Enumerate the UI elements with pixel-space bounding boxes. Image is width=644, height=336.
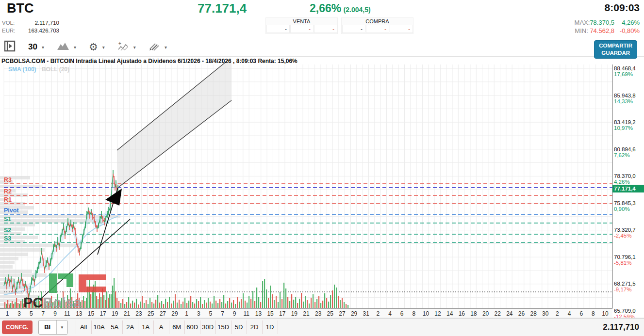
range-button-1A[interactable]: 1A [138, 320, 154, 334]
bottom-toolbar: CONFG. BI ▾ All10A5A2A1AA6M60D30D15D5D2D… [0, 318, 644, 336]
chevron-down-icon[interactable]: ▾ [133, 45, 136, 50]
chevron-down-icon[interactable]: ▾ [165, 45, 167, 50]
range-button-15D[interactable]: 15D [216, 320, 231, 334]
svg-text:17,69%: 17,69% [614, 71, 633, 77]
chart-title: PCBOLSA.COM - BITCOIN Intradia Lineal Aj… [1, 58, 297, 64]
venta-cell: - [314, 25, 337, 33]
legend-boll[interactable]: BOLL (20) [42, 66, 69, 73]
range-button-60D[interactable]: 60D [185, 320, 200, 334]
config-button[interactable]: CONFG. [2, 320, 33, 334]
mountain-chart-icon[interactable] [57, 42, 69, 52]
header: BTC VOL:2.117,710 EUR:163.426.703 77.171… [0, 0, 644, 38]
svg-text:7: 7 [42, 310, 45, 317]
legend-sma[interactable]: SMA (100) [8, 66, 36, 73]
svg-text:-2,45%: -2,45% [614, 233, 631, 239]
svg-text:15: 15 [267, 310, 274, 317]
add-indicator-group: + ▾ [117, 41, 136, 53]
svg-text:17: 17 [279, 310, 286, 317]
change-block: 2,66% (2.004,5) [310, 2, 371, 15]
chart-grid [4, 64, 612, 308]
range-button-5D[interactable]: 5D [231, 320, 247, 334]
svg-text:14,33%: 14,33% [614, 98, 633, 104]
svg-text:73.320,7: 73.320,7 [614, 227, 636, 233]
gear-icon[interactable]: ⚙ [89, 42, 98, 52]
svg-text:24: 24 [506, 310, 513, 317]
interval-value[interactable]: 30 [28, 42, 37, 52]
chevron-down-icon[interactable]: ▾ [56, 320, 67, 334]
venta-cell: - [290, 25, 314, 33]
projection-channel [117, 60, 231, 188]
svg-text:22: 22 [495, 310, 501, 317]
max-min-block: MAX:78.370,54,26% MIN: 74.562,8-0,80% [575, 18, 640, 35]
svg-text:1: 1 [6, 310, 9, 317]
range-button-10A[interactable]: 10A [92, 320, 107, 334]
svg-text:25: 25 [327, 310, 334, 317]
compra-label: COMPRA [342, 18, 413, 25]
min-percent: -0,80% [614, 27, 640, 35]
venta-cell: - [266, 25, 290, 33]
compra-cell: - [366, 25, 389, 33]
svg-text:78.370,0: 78.370,0 [614, 173, 636, 179]
svg-text:R3: R3 [4, 176, 12, 183]
max-percent: 4,26% [614, 18, 640, 27]
range-button-30D[interactable]: 30D [200, 320, 216, 334]
range-button-All[interactable]: All [76, 320, 92, 334]
watermark-text: PCBolsa [23, 295, 82, 310]
svg-text:13: 13 [255, 310, 262, 317]
svg-text:65.709,0: 65.709,0 [614, 308, 636, 314]
svg-text:1: 1 [185, 310, 188, 317]
chevron-down-icon[interactable]: ▾ [74, 45, 76, 50]
symbol-type-dropdown[interactable]: BI ▾ [38, 320, 68, 335]
svg-text:13: 13 [76, 310, 83, 317]
svg-text:11: 11 [64, 310, 70, 317]
venta-label: VENTA [266, 18, 337, 25]
clock: 8:09:03 [605, 2, 640, 14]
range-button-1D[interactable]: 1D [263, 320, 278, 334]
compra-row: --- [342, 25, 413, 33]
svg-text:75.845,3: 75.845,3 [614, 200, 636, 206]
range-button-6M[interactable]: 6M [169, 320, 185, 334]
svg-text:31: 31 [363, 310, 370, 317]
chevron-down-icon[interactable]: ▾ [42, 45, 44, 50]
svg-text:4: 4 [388, 310, 392, 317]
svg-text:10: 10 [602, 310, 609, 317]
svg-text:18: 18 [470, 310, 477, 317]
min-row: MIN: 74.562,8-0,80% [575, 27, 640, 35]
svg-text:2: 2 [556, 310, 559, 317]
svg-text:9: 9 [233, 310, 236, 317]
compra-group: COMPRA --- [341, 17, 413, 34]
panel-toggle-group [4, 40, 16, 54]
svg-text:S1: S1 [4, 216, 11, 223]
svg-text:4: 4 [568, 310, 571, 317]
svg-text:88.468,4: 88.468,4 [614, 65, 636, 71]
range-button-5A[interactable]: 5A [107, 320, 123, 334]
share-label: COMPARTIR [599, 42, 632, 49]
add-indicator-icon[interactable]: + [117, 41, 129, 53]
bottom-volume-value: 2.117,710 [603, 322, 639, 332]
svg-text:11: 11 [244, 310, 250, 317]
range-button-2A[interactable]: 2A [123, 320, 138, 334]
svg-text:7: 7 [221, 310, 224, 317]
eur-row: EUR:163.426.703 [2, 27, 59, 34]
range-selector: All10A5A2A1AA6M60D30D15D5D2D1D [76, 320, 278, 334]
save-label: GUARDAR [599, 49, 632, 57]
current-price-tag: 77.171,4 [612, 185, 644, 192]
chevron-down-icon[interactable]: ▾ [102, 45, 105, 50]
last-price: 77.171,4 [198, 1, 247, 16]
venta-row: --- [266, 25, 337, 33]
eur-label: EUR: [2, 27, 18, 34]
chart-type-group: ▾ [57, 42, 76, 52]
svg-text:25: 25 [148, 310, 154, 317]
min-value: 74.562,8 [590, 27, 614, 34]
pencil-draw-icon[interactable] [149, 41, 160, 53]
svg-text:21: 21 [303, 310, 310, 317]
share-save-button[interactable]: COMPARTIR GUARDAR [594, 40, 637, 59]
panel-toggle-icon[interactable] [4, 40, 16, 54]
venta-group: VENTA --- [265, 17, 338, 34]
range-button-A[interactable]: A [154, 320, 169, 334]
svg-text:S2: S2 [4, 227, 11, 234]
eur-value: 163.426.703 [18, 27, 59, 34]
range-button-2D[interactable]: 2D [247, 320, 263, 334]
svg-text:23: 23 [315, 310, 322, 317]
svg-text:R2: R2 [4, 188, 12, 195]
